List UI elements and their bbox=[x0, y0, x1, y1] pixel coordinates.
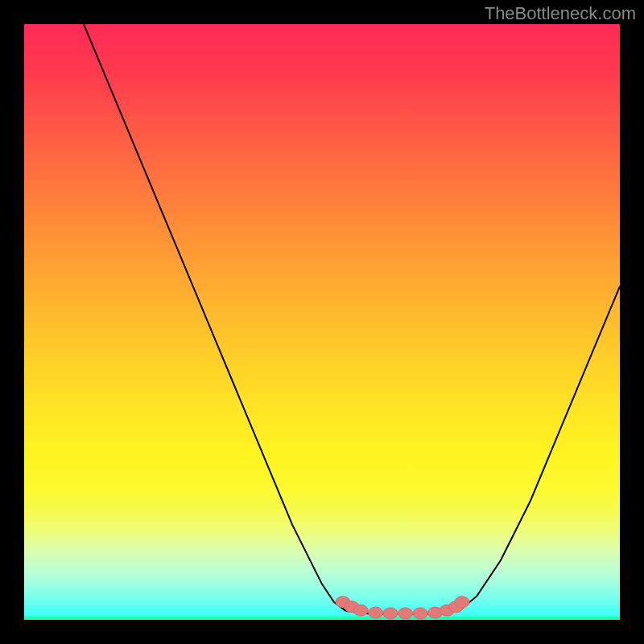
sweet-spot-markers bbox=[336, 597, 469, 619]
sweet-spot-marker bbox=[369, 607, 383, 618]
curve-right-branch bbox=[459, 287, 620, 611]
sweet-spot-marker bbox=[383, 608, 398, 619]
curve-svg bbox=[24, 24, 620, 620]
attribution-text: TheBottleneck.com bbox=[485, 3, 636, 24]
curve-left-branch bbox=[84, 24, 346, 611]
plot-area bbox=[24, 24, 620, 620]
sweet-spot-marker bbox=[398, 608, 413, 619]
sweet-spot-marker bbox=[455, 597, 469, 608]
sweet-spot-marker bbox=[353, 605, 368, 616]
sweet-spot-marker bbox=[413, 608, 427, 619]
